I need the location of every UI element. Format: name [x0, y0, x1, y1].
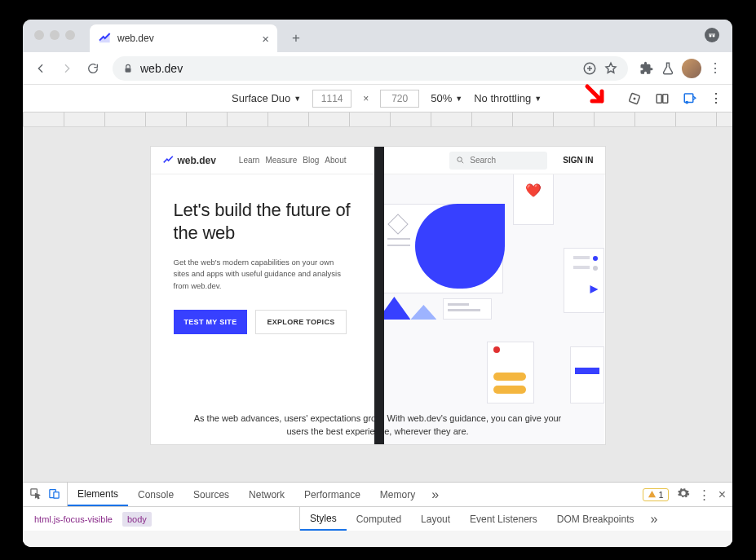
svg-rect-2	[126, 68, 131, 72]
device-toggle-icon[interactable]	[48, 487, 60, 502]
hero-illustration: ❤️	[373, 174, 604, 444]
reload-button[interactable]	[82, 57, 104, 80]
tab-title: web.dev	[117, 33, 154, 44]
inspect-icon[interactable]	[29, 487, 42, 502]
dual-screen-icon[interactable]	[654, 90, 670, 107]
profile-avatar[interactable]	[682, 59, 701, 78]
devtools-panel: Elements Console Sources Network Perform…	[23, 482, 732, 547]
hero-left: Let's build the future of the web Get th…	[151, 174, 374, 444]
devtools-tab-network[interactable]: Network	[239, 483, 294, 506]
svg-point-9	[686, 101, 687, 103]
devtools-tab-elements[interactable]: Elements	[68, 483, 128, 506]
device-frame[interactable]: web.dev Learn Measure Blog About Search …	[151, 147, 605, 444]
svg-point-0	[710, 35, 712, 37]
warnings-badge[interactable]: 1	[643, 488, 669, 501]
device-toolbar-menu-icon[interactable]: ⋮	[710, 90, 723, 106]
ruler	[23, 112, 732, 127]
close-tab-icon[interactable]: ×	[262, 32, 269, 46]
devtools-tabbar: Elements Console Sources Network Perform…	[23, 483, 732, 507]
svg-rect-7	[663, 94, 668, 103]
search-icon	[456, 156, 465, 165]
side-tabs-overflow-icon[interactable]: »	[644, 512, 665, 527]
cta-primary[interactable]: TEST MY SITE	[174, 310, 248, 334]
side-tab-styles[interactable]: Styles	[300, 507, 347, 531]
browser-toolbar: web.dev ⋮	[23, 52, 732, 85]
favicon-icon	[98, 32, 111, 45]
device-toolbar: Surface Duo▼ × 50%▼ No throttling▼ ⋮	[23, 85, 732, 112]
crumb-html[interactable]: html.js-focus-visible	[29, 512, 117, 527]
hero-body: Get the web's modern capabilities on you…	[174, 257, 345, 292]
side-tab-event-listeners[interactable]: Event Listeners	[460, 507, 547, 531]
device-hinge	[374, 147, 384, 444]
nav-blog[interactable]: Blog	[303, 156, 319, 165]
svg-rect-13	[54, 492, 59, 498]
site-search[interactable]: Search	[449, 152, 547, 170]
devtools-menu-icon[interactable]: ⋮	[698, 487, 710, 502]
forward-button[interactable]	[55, 57, 78, 80]
profile-badge-icon[interactable]	[705, 28, 719, 42]
height-input[interactable]	[380, 90, 419, 108]
rotate-icon[interactable]	[626, 90, 643, 107]
devtools-close-icon[interactable]: ×	[718, 487, 726, 502]
emulated-viewport: web.dev Learn Measure Blog About Search …	[23, 127, 732, 482]
window-controls[interactable]	[34, 30, 75, 40]
lock-icon	[122, 63, 134, 74]
svg-rect-6	[657, 94, 661, 103]
hero-title: Let's build the future of the web	[174, 199, 351, 244]
side-tab-dom-breakpoints[interactable]: DOM Breakpoints	[547, 507, 644, 531]
new-tab-button[interactable]: +	[285, 28, 307, 49]
side-tab-computed[interactable]: Computed	[347, 507, 411, 531]
browser-tab[interactable]: web.dev ×	[90, 24, 277, 52]
labs-icon[interactable]	[661, 61, 675, 76]
add-shortcut-icon[interactable]	[582, 61, 597, 76]
devtools-tab-console[interactable]: Console	[128, 483, 183, 506]
browser-window: web.dev × + web.dev ⋮ Surface Duo▼	[23, 20, 732, 547]
crumb-body[interactable]: body	[122, 512, 152, 527]
dimensions-separator: ×	[363, 93, 369, 104]
devtools-tab-sources[interactable]: Sources	[183, 483, 239, 506]
nav-measure[interactable]: Measure	[265, 156, 297, 165]
url-text: web.dev	[140, 62, 183, 75]
svg-point-10	[458, 157, 462, 162]
width-input[interactable]	[312, 90, 351, 108]
annotation-arrow-icon	[584, 83, 608, 108]
device-posture-icon[interactable]	[682, 90, 698, 107]
signin-link[interactable]: SIGN IN	[563, 156, 593, 165]
devtools-tabs-overflow-icon[interactable]: »	[425, 487, 445, 502]
throttle-select[interactable]: No throttling▼	[474, 92, 542, 104]
browser-menu-icon[interactable]: ⋮	[708, 61, 723, 76]
devtools-content	[23, 531, 732, 547]
side-tab-layout[interactable]: Layout	[411, 507, 460, 531]
cta-secondary[interactable]: EXPLORE TOPICS	[255, 310, 346, 334]
styles-tabbar: Styles Computed Layout Event Listeners D…	[300, 507, 664, 531]
warning-icon	[648, 490, 657, 499]
nav-about[interactable]: About	[325, 156, 346, 165]
svg-point-5	[634, 98, 635, 99]
bookmark-star-icon[interactable]	[603, 61, 618, 76]
zoom-select[interactable]: 50%▼	[431, 92, 462, 104]
devtools-subbar: html.js-focus-visible body Styles Comput…	[23, 507, 732, 531]
tab-strip: web.dev × +	[23, 20, 732, 52]
extensions-icon[interactable]	[639, 61, 654, 76]
devtools-settings-icon[interactable]	[677, 487, 690, 502]
search-placeholder: Search	[470, 156, 496, 165]
devtools-tab-memory[interactable]: Memory	[370, 483, 425, 506]
dom-breadcrumb[interactable]: html.js-focus-visible body	[23, 507, 300, 531]
devtools-tab-performance[interactable]: Performance	[294, 483, 370, 506]
device-select[interactable]: Surface Duo▼	[232, 92, 301, 104]
site-logo[interactable]: web.dev	[162, 155, 216, 166]
nav-learn[interactable]: Learn	[239, 156, 260, 165]
svg-rect-8	[684, 94, 693, 103]
svg-point-1	[713, 35, 715, 37]
address-bar[interactable]: web.dev	[113, 56, 628, 81]
back-button[interactable]	[29, 57, 52, 80]
